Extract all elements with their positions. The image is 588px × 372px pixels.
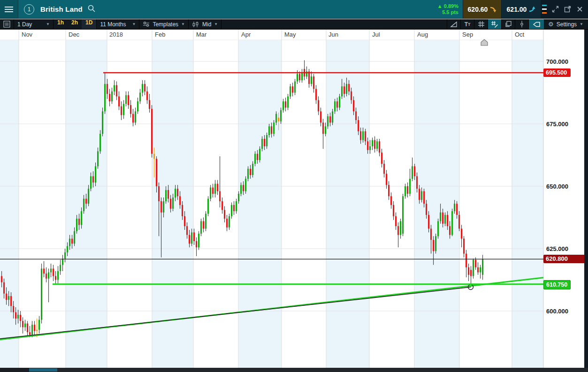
list-icon (3, 21, 10, 28)
timeframe-1h-button[interactable]: 1h (53, 19, 68, 29)
period-value: 1 Day (17, 21, 32, 28)
candle (85, 199, 87, 204)
cursor-pointer-tool-icon[interactable] (528, 19, 544, 29)
candle (273, 122, 275, 134)
candle (83, 199, 84, 212)
candle (386, 174, 387, 185)
candle (395, 216, 397, 226)
timeframe-1d-button[interactable]: 1D (82, 19, 96, 29)
price-mode-dropdown[interactable]: Mid ▼ (189, 19, 221, 29)
topbar-icon-zone (541, 0, 588, 18)
templates-dropdown[interactable]: Templates ▼ (139, 19, 189, 29)
candle (186, 226, 188, 235)
vertical-line-tool-icon[interactable] (515, 19, 528, 29)
candle (175, 189, 176, 197)
chart-list-button[interactable] (0, 19, 14, 29)
candle (409, 179, 411, 194)
candle (109, 94, 110, 101)
candle (130, 105, 131, 114)
candle (189, 235, 190, 244)
candle (36, 330, 38, 331)
month-band (326, 40, 369, 368)
chart-area[interactable]: NovDec2018FebMarAprMayJunJulAugSepOct 70… (0, 30, 588, 372)
settings-button[interactable]: ⚙ Settings ▼ (544, 19, 588, 29)
candle (388, 185, 389, 196)
candle (3, 282, 5, 294)
chart-toolbar: 1 Day ▼ 1h 2h 1D 11 Months ▼ Templates ▼ (0, 19, 588, 30)
buy-price-button[interactable]: 621.00 (501, 0, 541, 18)
candle (360, 131, 361, 140)
close-icon[interactable] (575, 5, 584, 14)
candle (454, 204, 455, 211)
candle (470, 270, 472, 276)
candle (221, 201, 223, 210)
candle (69, 239, 70, 246)
candle (341, 86, 343, 96)
month-label: Aug (417, 31, 428, 38)
candle (219, 191, 221, 201)
candle (20, 315, 21, 321)
axis-price-tick: 650.000 (546, 183, 568, 190)
candle (240, 185, 242, 194)
sell-price-button[interactable]: 620.60 (463, 0, 501, 18)
trading-app-window: 1 British Land ▲ 0.89% 5.5 pts 620.60 62… (0, 0, 588, 372)
candle (104, 84, 106, 112)
candle (135, 111, 136, 122)
candle (414, 166, 415, 176)
candle (144, 84, 145, 91)
candle (177, 189, 178, 196)
candle (456, 204, 458, 215)
trend-drawing-tool-icon[interactable] (447, 19, 460, 29)
candle (107, 84, 108, 94)
month-label: Sep (462, 31, 473, 38)
candle (278, 118, 279, 121)
expand-icon[interactable] (550, 5, 560, 14)
candle (344, 86, 345, 94)
axis-price-tick: 625.000 (546, 245, 568, 252)
hamburger-menu-icon[interactable] (0, 0, 18, 18)
candle (430, 228, 432, 240)
candle (205, 214, 206, 229)
candle (67, 246, 68, 252)
axis-price-tick: 700.000 (546, 58, 568, 65)
candle (62, 258, 63, 265)
candle (50, 269, 52, 273)
candle (400, 221, 401, 235)
price-change-block: ▲ 0.89% 5.5 pts (437, 0, 463, 18)
templates-label: Templates (153, 21, 178, 28)
candle (102, 111, 103, 134)
range-value: 11 Months (100, 21, 126, 28)
horizontal-scrollbar[interactable] (0, 368, 588, 372)
resistance-price-tag[interactable]: 695.500 (543, 68, 571, 77)
grid-toggle-icon[interactable] (474, 19, 488, 29)
text-annotation-tool-icon[interactable]: TT (460, 19, 474, 29)
candle (301, 73, 303, 80)
candle (433, 240, 434, 251)
candle (196, 241, 197, 247)
candle (322, 122, 324, 134)
change-points: 5.5 pts (442, 9, 458, 15)
period-dropdown[interactable]: 1 Day ▼ (14, 19, 53, 29)
instrument-number-badge: 1 (24, 4, 34, 15)
candle (46, 273, 47, 279)
topbar-spacer (96, 0, 437, 18)
month-band (414, 40, 459, 368)
toolbar-right-group: TT (447, 19, 588, 29)
scrollbar-thumb[interactable] (29, 368, 57, 372)
candle (1, 276, 2, 282)
search-icon[interactable] (87, 4, 96, 15)
support-price-tag[interactable]: 610.750 (543, 280, 571, 289)
candle (149, 100, 150, 109)
timeframe-2h-button[interactable]: 2h (68, 19, 82, 29)
candle (285, 101, 286, 107)
layers-windows-icon[interactable] (501, 19, 515, 29)
range-dropdown[interactable]: 11 Months ▼ (96, 19, 139, 29)
candle (76, 219, 77, 231)
candle (31, 325, 33, 334)
open-in-new-window-icon[interactable] (563, 5, 572, 14)
candle (442, 213, 443, 224)
candle (71, 239, 73, 244)
market-depth-icon[interactable] (542, 5, 547, 14)
candle (440, 213, 441, 221)
drawing-grid-tool-icon[interactable] (488, 19, 501, 29)
